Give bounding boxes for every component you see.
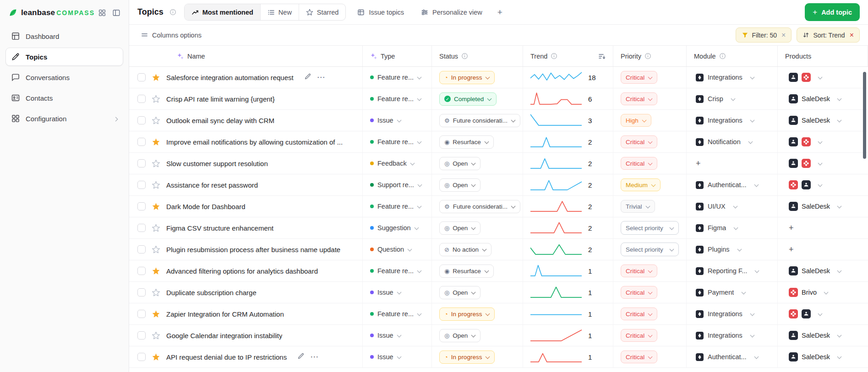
status-badge[interactable]: ⚙Future considerati... [439,200,520,213]
products-cell[interactable]: SaleDesk [778,260,868,281]
module-cell[interactable]: + [687,153,778,174]
products-cell[interactable] [778,67,868,88]
remove-sort-icon[interactable]: × [850,32,854,39]
table-row[interactable]: Figma CSV structure enhancement Suggesti… [129,217,868,239]
column-header-status[interactable]: Status [432,46,523,66]
module-cell[interactable]: Integrations [687,325,778,346]
status-badge[interactable]: ⊘No action [439,243,491,256]
module-cell[interactable]: UI/UX [687,196,778,217]
topic-name[interactable]: Advanced filtering options for analytics… [166,267,318,275]
add-module-button[interactable]: + [696,159,701,167]
type-cell[interactable]: Issue [363,282,432,303]
row-checkbox[interactable] [137,95,146,103]
apps-grid-icon[interactable] [98,9,106,17]
products-cell[interactable] [778,131,868,152]
column-header-module[interactable]: Module [687,46,778,66]
type-cell[interactable]: Feature re... [363,303,432,324]
row-checkbox[interactable] [137,202,146,210]
star-toggle[interactable] [152,116,160,125]
sidebar-item-dashboard[interactable]: Dashboard [5,27,123,45]
tab-new[interactable]: New [261,4,299,20]
table-row[interactable]: Plugin resubmission process after busine… [129,239,868,260]
type-cell[interactable]: Feature re... [363,67,432,88]
row-checkbox[interactable] [137,267,146,275]
table-row[interactable]: Dark Mode for Dashboard Feature re... ⚙F… [129,196,868,217]
star-toggle[interactable] [152,159,160,168]
topic-name[interactable]: Outlook email sync delay with CRM [166,117,274,124]
priority-badge[interactable]: Critical [621,92,657,105]
star-toggle[interactable] [152,245,160,254]
column-header-name[interactable]: Name [129,46,363,66]
status-badge[interactable]: ◔In progress [439,350,495,364]
type-cell[interactable]: Support re... [363,174,432,195]
type-cell[interactable]: Issue [363,346,432,367]
type-cell[interactable]: Feature re... [363,196,432,217]
products-cell[interactable]: + [778,217,868,238]
topic-name[interactable]: Duplicate subscription charge [166,289,257,297]
row-checkbox[interactable] [137,138,146,146]
module-cell[interactable]: Payment [687,282,778,303]
status-badge[interactable]: ✓Completed [439,92,497,106]
module-cell[interactable]: Reporting F... [687,260,778,281]
star-toggle[interactable] [152,288,160,297]
priority-badge[interactable]: Critical [621,71,657,84]
remove-filter-icon[interactable]: × [781,32,786,39]
column-header-priority[interactable]: Priority [613,46,687,66]
topic-name[interactable]: Plugin resubmission process after busine… [166,246,340,253]
tab-personalize-view[interactable]: Personalize view [415,4,488,21]
columns-options-button[interactable]: Columns options [141,32,202,39]
priority-badge[interactable]: Critical [621,286,657,299]
status-badge[interactable]: ⚙Future considerati... [439,114,520,127]
row-checkbox[interactable] [137,353,146,361]
row-checkbox[interactable] [137,224,146,232]
star-toggle[interactable] [152,353,160,361]
topic-name[interactable]: Salesforce integration automation reques… [166,74,294,81]
products-cell[interactable] [778,303,868,324]
priority-badge[interactable]: Critical [621,350,657,363]
more-actions-icon[interactable]: ⋯ [317,73,326,81]
column-header-type[interactable]: Type [363,46,432,66]
priority-badge[interactable]: Medium [621,178,661,191]
sort-descending-icon[interactable] [598,53,606,60]
products-cell[interactable]: + [778,239,868,260]
products-cell[interactable] [778,174,868,195]
star-toggle[interactable] [152,224,160,232]
row-checkbox[interactable] [137,73,146,81]
topic-name[interactable]: Slow customer support resolution [166,160,268,167]
topic-name[interactable]: Crisp API rate limit warning {urgent} [166,95,275,103]
status-badge[interactable]: ◎Open [439,157,480,170]
sidebar-item-topics[interactable]: Topics [5,48,123,66]
products-cell[interactable]: SaleDesk [778,196,868,217]
topic-name[interactable]: API request denial due to IP restriction… [166,353,287,361]
star-toggle[interactable] [152,310,160,318]
sidebar-item-contacts[interactable]: Contacts [5,89,123,107]
priority-badge[interactable]: Critical [621,329,657,342]
module-cell[interactable]: Authenticat... [687,174,778,195]
topic-name[interactable]: Dark Mode for Dashboard [166,203,246,210]
row-checkbox[interactable] [137,159,146,167]
sidebar-item-conversations[interactable]: Conversations [5,68,123,86]
table-row[interactable]: Improve email notifications by allowing … [129,131,868,153]
table-row[interactable]: Zapier Integration for CRM Automation Fe… [129,303,868,325]
status-badge[interactable]: ◉Resurface [439,264,494,278]
topic-name[interactable]: Figma CSV structure enhancement [166,224,273,232]
products-cell[interactable]: Brivo [778,282,868,303]
module-cell[interactable]: Integrations [687,67,778,88]
status-badge[interactable]: ◎Open [439,329,480,342]
star-toggle[interactable] [152,181,160,189]
module-cell[interactable]: Integrations [687,303,778,324]
table-row[interactable]: API request denial due to IP restriction… [129,346,868,368]
type-cell[interactable]: Suggestion [363,217,432,238]
more-actions-icon[interactable]: ⋯ [310,353,319,361]
star-toggle[interactable] [152,202,160,211]
topic-name[interactable]: Google Calendar integration instability [166,332,282,340]
type-cell[interactable]: Question [363,239,432,260]
column-header-trend[interactable]: Trend [523,46,613,66]
priority-badge[interactable]: High [621,114,651,127]
column-header-products[interactable]: Products [778,46,868,66]
status-badge[interactable]: ◔In progress [439,71,495,84]
type-cell[interactable]: Issue [363,325,432,346]
add-product-button[interactable]: + [789,224,794,232]
table-row[interactable]: Duplicate subscription charge Issue ◎Ope… [129,282,868,303]
products-cell[interactable]: SaleDesk [778,88,868,109]
